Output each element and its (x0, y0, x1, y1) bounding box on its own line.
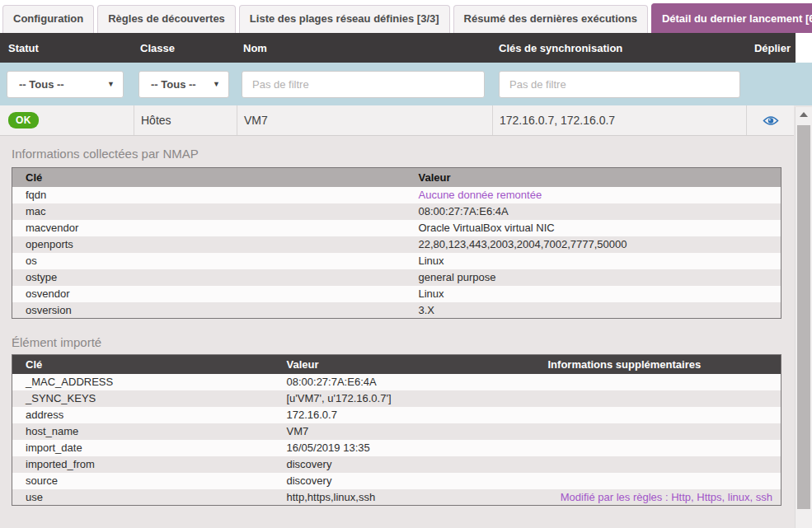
table-row: imported_from discovery (12, 456, 781, 473)
status-badge: OK (8, 112, 39, 128)
tab-resume-executions[interactable]: Résumé des dernières exécutions (453, 5, 648, 33)
imported-table-header: Clé Valeur Informations supplémentaires (12, 355, 781, 374)
scroll-up-icon (800, 112, 808, 117)
eye-icon (763, 115, 779, 126)
table-row: osvendor Linux (12, 286, 781, 302)
results-header-strip: Statut Classe Nom Clés de synchronisatio… (0, 33, 812, 63)
column-header-classe: Classe (134, 42, 237, 54)
table-row: fqdn Aucune donnée remontée (12, 187, 781, 203)
imported-table: Clé Valeur Informations supplémentaires … (12, 354, 781, 506)
class-filter-select[interactable]: -- Tous -- ▼ (138, 71, 229, 98)
column-header-statut: Statut (0, 42, 134, 54)
tab-regles-decouvertes[interactable]: Règles de découvertes (97, 5, 236, 33)
table-row: _MAC_ADDRESS 08:00:27:7A:E6:4A (12, 374, 781, 390)
nmap-table-header: Clé Valeur (12, 168, 781, 187)
results-scroll-area: OK Hôtes VM7 172.16.0.7, 172.16.0.7 Info… (0, 105, 812, 528)
imported-col-value: Valeur (285, 355, 537, 374)
table-row: source discovery (12, 473, 781, 489)
status-filter-value: -- Tous -- (19, 78, 64, 91)
table-row: ostype general purpose (12, 269, 781, 286)
table-row: macvendor Oracle VirtualBox virtual NIC (12, 220, 781, 236)
filter-row: -- Tous -- ▼ -- Tous -- ▼ (0, 63, 812, 105)
scroll-up-button[interactable] (796, 107, 812, 122)
result-class-cell: Hôtes (134, 105, 237, 135)
column-header-deplier: Déplier (746, 42, 796, 54)
caret-down-icon: ▼ (213, 80, 220, 88)
sync-keys-filter-input[interactable] (499, 71, 740, 98)
column-header-nom: Nom (237, 42, 492, 54)
name-filter-input[interactable] (242, 71, 485, 98)
tab-bar: Configuration Règles de découvertes List… (0, 0, 812, 33)
result-row-vm7: OK Hôtes VM7 172.16.0.7, 172.16.0.7 (0, 105, 794, 136)
result-status-cell: OK (0, 105, 134, 135)
detail-panel: Informations collectées par NMAP Clé Val… (0, 136, 794, 506)
imported-section-title: Élément importé (12, 319, 794, 354)
imported-col-key: Clé (12, 355, 285, 374)
results-header: Statut Classe Nom Clés de synchronisatio… (0, 33, 796, 63)
table-row: _SYNC_KEYS [u'VM7', u'172.16.0.7'] (12, 390, 781, 407)
scrollbar[interactable] (795, 107, 812, 528)
table-row: openports 22,80,123,443,2003,2004,7002,7… (12, 236, 781, 253)
imported-col-info: Informations supplémentaires (537, 355, 781, 374)
nmap-col-key: Clé (12, 168, 417, 187)
result-sync-keys-cell: 172.16.0.7, 172.16.0.7 (492, 105, 746, 135)
expand-row-button[interactable] (746, 105, 794, 135)
table-row: use http,https,linux,ssh Modifié par les… (12, 489, 781, 506)
tab-configuration[interactable]: Configuration (2, 5, 94, 33)
nmap-col-value: Valeur (417, 168, 781, 187)
nmap-section-title: Informations collectées par NMAP (12, 136, 794, 167)
table-row: address 172.16.0.7 (12, 407, 781, 423)
column-header-cles-sync: Clés de synchronisation (492, 42, 746, 54)
caret-down-icon: ▼ (107, 80, 115, 88)
table-row: mac 08:00:27:7A:E6:4A (12, 203, 781, 220)
scrollbar-thumb[interactable] (797, 125, 810, 509)
table-row: os Linux (12, 253, 781, 269)
tab-liste-plages-reseau[interactable]: Liste des plages réseau définies [3/3] (239, 5, 450, 33)
nmap-table: Clé Valeur fqdn Aucune donnée remontée m… (12, 167, 781, 319)
class-filter-value: -- Tous -- (151, 78, 196, 91)
tab-detail-dernier-lancement[interactable]: Détail du dernier lancement [6] (651, 3, 812, 33)
table-row: osversion 3.X (12, 302, 781, 319)
status-filter-select[interactable]: -- Tous -- ▼ (7, 71, 124, 98)
table-row: host_name VM7 (12, 423, 781, 440)
table-row: import_date 16/05/2019 13:35 (12, 440, 781, 456)
result-name-cell: VM7 (237, 105, 492, 135)
